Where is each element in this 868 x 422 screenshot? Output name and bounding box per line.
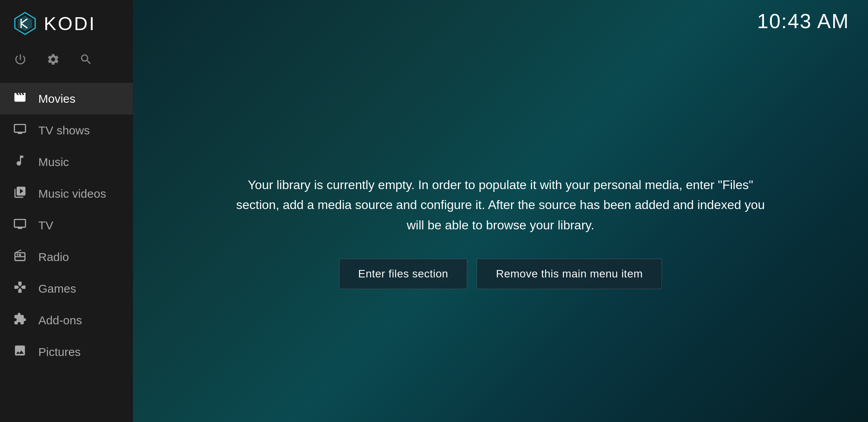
sidebar-item-pictures[interactable]: Pictures bbox=[0, 336, 133, 368]
action-buttons: Enter files section Remove this main men… bbox=[339, 259, 662, 289]
radio-label: Radio bbox=[38, 250, 69, 264]
top-bar: 10:43 AM bbox=[133, 0, 868, 42]
sidebar-icon-bar bbox=[0, 47, 133, 80]
sidebar-header: KODI bbox=[0, 0, 133, 47]
music-icon bbox=[13, 154, 27, 170]
empty-library-message: Your library is currently empty. In orde… bbox=[227, 175, 774, 235]
radio-icon bbox=[13, 249, 27, 265]
svg-marker-1 bbox=[18, 16, 32, 31]
search-button[interactable] bbox=[77, 50, 95, 69]
tv-shows-label: TV shows bbox=[38, 124, 90, 137]
sidebar-item-music[interactable]: Music bbox=[0, 146, 133, 178]
sidebar-item-tv[interactable]: TV bbox=[0, 209, 133, 241]
games-label: Games bbox=[38, 282, 76, 295]
tv-label: TV bbox=[38, 219, 53, 232]
sidebar-item-radio[interactable]: Radio bbox=[0, 241, 133, 273]
settings-button[interactable] bbox=[44, 50, 63, 69]
pictures-icon bbox=[13, 344, 27, 360]
power-icon bbox=[14, 53, 27, 66]
movies-label: Movies bbox=[38, 92, 75, 106]
sidebar-item-music-videos[interactable]: Music videos bbox=[0, 178, 133, 209]
music-label: Music bbox=[38, 156, 69, 169]
sidebar: KODI Movies bbox=[0, 0, 133, 422]
music-videos-label: Music videos bbox=[38, 187, 106, 200]
kodi-logo-icon bbox=[13, 11, 38, 36]
remove-main-menu-item-button[interactable]: Remove this main menu item bbox=[477, 259, 662, 289]
tv-icon bbox=[13, 217, 27, 233]
sidebar-item-games[interactable]: Games bbox=[0, 273, 133, 304]
sidebar-nav: Movies TV shows Music Music videos TV bbox=[0, 80, 133, 422]
main-content: 10:43 AM Your library is currently empty… bbox=[133, 0, 868, 422]
pictures-label: Pictures bbox=[38, 345, 81, 359]
power-button[interactable] bbox=[11, 50, 30, 69]
music-videos-icon bbox=[13, 186, 27, 202]
sidebar-item-tv-shows[interactable]: TV shows bbox=[0, 114, 133, 146]
sidebar-item-add-ons[interactable]: Add-ons bbox=[0, 304, 133, 336]
sidebar-item-movies[interactable]: Movies bbox=[0, 83, 133, 114]
time-display: 10:43 AM bbox=[757, 9, 849, 33]
enter-files-section-button[interactable]: Enter files section bbox=[339, 259, 468, 289]
content-area: Your library is currently empty. In orde… bbox=[133, 42, 868, 422]
settings-icon bbox=[47, 53, 60, 66]
search-icon bbox=[79, 53, 93, 66]
add-ons-label: Add-ons bbox=[38, 314, 82, 327]
tv-shows-icon bbox=[13, 122, 27, 138]
app-title: KODI bbox=[44, 13, 96, 34]
add-ons-icon bbox=[13, 312, 27, 328]
movies-icon bbox=[13, 91, 27, 107]
games-icon bbox=[13, 281, 27, 297]
